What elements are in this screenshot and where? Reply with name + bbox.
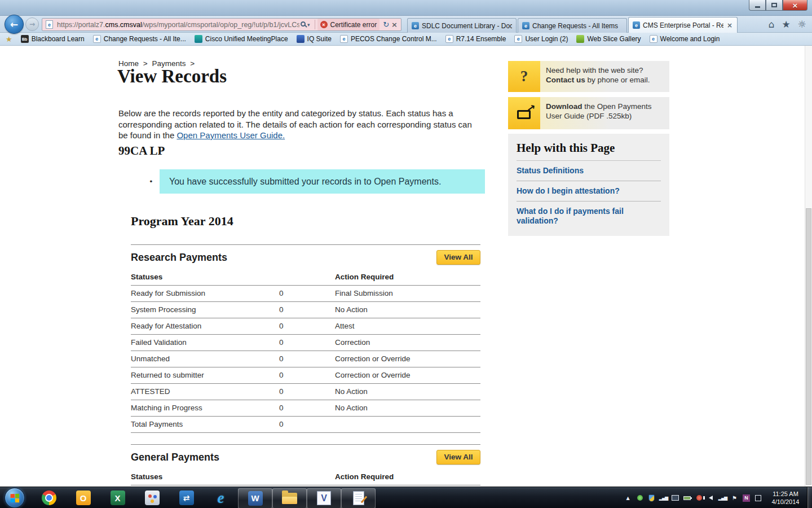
tab-favicon-icon: e: [522, 22, 529, 29]
tab-label: SDLC Document Library - Doc...: [422, 22, 512, 30]
tray-security-shield-icon[interactable]: [647, 494, 656, 502]
tray-network-icon[interactable]: ▂▄▆: [718, 494, 727, 502]
favorite-user-login[interactable]: e User Login (2): [514, 35, 568, 43]
table-header: Statuses Action Required: [131, 469, 480, 485]
tray-onenote-icon[interactable]: N: [742, 494, 751, 502]
tray-status-icon[interactable]: [636, 494, 644, 502]
entity-name: 99CA LP: [118, 144, 165, 158]
outlook-icon: O: [76, 491, 91, 505]
help-text-post: by phone or email.: [585, 76, 650, 84]
download-icon: →: [517, 108, 532, 119]
tray-alert-icon[interactable]: [695, 494, 703, 502]
favorite-label: Blackboard Learn: [32, 35, 85, 43]
ie-page-icon: e: [514, 35, 522, 43]
favorite-web-slice-gallery[interactable]: Web Slice Gallery: [576, 35, 641, 43]
taskbar-explorer-button[interactable]: [272, 488, 307, 508]
bullet-icon: •: [149, 169, 153, 194]
tray-app-icon[interactable]: [754, 494, 762, 502]
contact-help-box: ? Need help with the web site? Contact u…: [508, 61, 669, 92]
minimize-button[interactable]: [749, 0, 766, 11]
tab-change-requests[interactable]: e Change Requests - All Items: [518, 18, 627, 33]
favorite-iq-suite[interactable]: IQ Suite: [297, 35, 332, 43]
iq-suite-icon: [297, 35, 304, 43]
address-bar[interactable]: e https://portalz7.cms.cmsval/wps/myport…: [42, 18, 401, 31]
download-guide-box[interactable]: → Download the Open Payments User Guide …: [508, 97, 669, 129]
close-button[interactable]: ×: [783, 0, 807, 11]
download-label: Download: [546, 102, 582, 111]
tray-battery-icon[interactable]: [683, 494, 691, 502]
begin-attestation-link[interactable]: How do I begin attestation?: [517, 181, 661, 202]
taskbar-outlook-button[interactable]: O: [66, 487, 100, 508]
taskbar-notepad-button[interactable]: [341, 488, 376, 508]
ie-page-icon: e: [340, 35, 348, 43]
tray-monitor-icon[interactable]: [671, 494, 679, 502]
tray-volume-icon[interactable]: [707, 494, 715, 502]
favorite-ensemble[interactable]: e R7.14 Ensemble: [445, 35, 506, 43]
clock-date: 4/10/2014: [766, 498, 805, 506]
status-definitions-link[interactable]: Status Definitions: [517, 161, 661, 181]
taskbar-communicator-button[interactable]: ⇄: [169, 487, 204, 508]
favorite-welcome-login[interactable]: e Welcome and Login: [650, 35, 720, 43]
favorites-bar-icon[interactable]: ★: [6, 35, 12, 43]
user-guide-link[interactable]: Open Payments User Guide.: [176, 130, 285, 140]
communicator-icon: ⇄: [179, 491, 194, 505]
tab-sdlc-document-library[interactable]: e SDLC Document Library - Doc...: [407, 18, 517, 33]
folder-icon: [282, 493, 297, 504]
scrollbar-thumb[interactable]: [806, 208, 811, 485]
favorites-button[interactable]: ★: [782, 18, 791, 30]
table-row: ATTESTED 0 No Action: [131, 384, 480, 400]
taskbar-word-button[interactable]: W: [238, 488, 272, 508]
research-payments-section: Research Payments View All Statuses Acti…: [131, 244, 480, 433]
favorite-blackboard[interactable]: Bb Blackboard Learn: [21, 35, 85, 43]
maximize-button[interactable]: [766, 0, 783, 11]
stop-button[interactable]: ×: [391, 20, 398, 29]
taskbar-visio-button[interactable]: V: [307, 488, 341, 508]
table-row: Unmatched 0 Correction or Override: [131, 351, 480, 367]
certificate-error-icon: ×: [320, 21, 328, 28]
section-title: General Payments: [131, 452, 480, 463]
taskbar-clock[interactable]: 11:25 AM 4/10/2014: [766, 490, 805, 506]
show-desktop-button[interactable]: [807, 487, 812, 508]
contact-us-label: Contact us: [546, 76, 585, 84]
program-year-heading: Program Year 2014: [131, 214, 233, 229]
column-action-required: Action Required: [335, 469, 480, 485]
tray-signal-icon[interactable]: ▂▄▆: [659, 494, 668, 502]
certificate-error-badge[interactable]: × Certificate error: [317, 19, 380, 30]
tools-button[interactable]: ☼: [798, 18, 806, 30]
taskbar-excel-button[interactable]: X: [100, 487, 135, 508]
favorite-cisco-meetingplace[interactable]: Cisco Unified MeetingPlace: [195, 35, 288, 43]
success-message: You have successfully submitted your rec…: [160, 169, 485, 194]
certificate-error-label: Certificate error: [330, 21, 377, 29]
refresh-button[interactable]: ↻: [383, 20, 389, 29]
tab-cms-enterprise-portal[interactable]: e CMS Enterprise Portal - Reg... ×: [628, 17, 738, 33]
excel-icon: X: [111, 491, 125, 505]
tray-action-center-flag-icon[interactable]: ⚑: [730, 494, 739, 502]
section-title: Research Payments: [131, 252, 480, 264]
favorite-change-requests[interactable]: e Change Requests - All Ite...: [93, 35, 186, 43]
general-view-all-button[interactable]: View All: [436, 450, 480, 465]
back-button[interactable]: ←: [5, 15, 24, 34]
payments-fail-validation-link[interactable]: What do I do if payments fail validation…: [517, 202, 661, 231]
tab-close-icon[interactable]: ×: [726, 21, 733, 29]
ie-page-icon: e: [445, 35, 453, 43]
vertical-scrollbar[interactable]: [805, 46, 812, 487]
tab-favicon-icon: e: [633, 21, 640, 29]
taskbar-paint-button[interactable]: [135, 487, 169, 508]
favorite-pecos[interactable]: e PECOS Change Control M...: [340, 35, 437, 43]
start-button[interactable]: [5, 488, 25, 508]
tab-label: CMS Enterprise Portal - Reg...: [643, 21, 723, 29]
web-slice-icon: [576, 35, 584, 43]
forward-button[interactable]: →: [25, 17, 39, 31]
desktop: × ← → e https://portalz7.cms.cmsval/wps/…: [0, 0, 812, 508]
tray-show-hidden-icon[interactable]: ▲: [624, 494, 632, 502]
tab-favicon-icon: e: [412, 22, 419, 29]
tab-label: Change Requests - All Items: [532, 22, 623, 30]
search-icon[interactable]: [301, 21, 306, 27]
home-button[interactable]: ⌂: [769, 18, 775, 30]
research-view-all-button[interactable]: View All: [436, 250, 480, 265]
window-controls: ×: [749, 0, 807, 11]
address-dropdown-icon[interactable]: ▾: [307, 22, 310, 28]
system-tray: ▲ ▂▄▆ ▂▄▆ ⚑ N: [624, 487, 762, 508]
taskbar-chrome-button[interactable]: [32, 487, 66, 508]
taskbar-internet-explorer-button[interactable]: e: [204, 487, 238, 508]
